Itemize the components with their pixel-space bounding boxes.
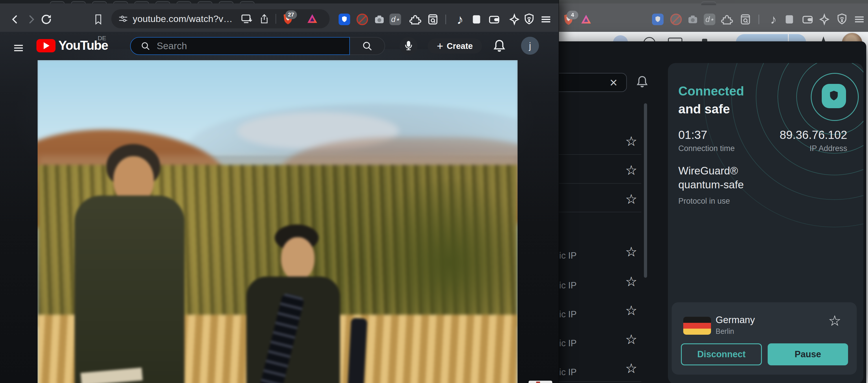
- favorite-star-icon[interactable]: ☆: [624, 163, 639, 177]
- plus-icon: +: [437, 40, 443, 52]
- ip-address-value: 89.36.76.102: [779, 128, 847, 142]
- scrollbar-thumb[interactable]: [644, 103, 647, 278]
- browser-toolbar: youtube.com/watch?v… 27: [0, 3, 559, 32]
- toolbar-divider: [445, 14, 446, 24]
- tab-strip[interactable]: [557, 0, 868, 3]
- vpn-popup: × ☆ ☆ ☆ ☆ ic IP ☆ ic IP ☆ ic IP ☆ ic IP …: [557, 41, 866, 383]
- camera-extension-icon[interactable]: [686, 13, 699, 26]
- browser-toolbar: 4 d★ ♪: [557, 3, 868, 32]
- bottom-popup-sliver: [529, 381, 552, 383]
- search-area: Search: [130, 37, 385, 55]
- puzzle-extensions-icon[interactable]: [409, 13, 422, 26]
- search-box-icon[interactable]: [427, 13, 439, 26]
- youtube-region-label: DE: [98, 35, 106, 42]
- bookmark-icon[interactable]: [92, 13, 105, 26]
- vpn-shield-icon[interactable]: [836, 13, 848, 26]
- forward-button-icon[interactable]: [25, 13, 38, 26]
- menu-hamburger-icon[interactable]: [853, 13, 866, 26]
- password-manager-icon[interactable]: [651, 13, 664, 26]
- search-placeholder: Search: [157, 40, 187, 52]
- create-button[interactable]: + Create: [428, 38, 482, 54]
- shield-badge: 27: [285, 10, 297, 19]
- share-icon[interactable]: [259, 13, 269, 24]
- guide-hamburger-icon[interactable]: [13, 42, 24, 54]
- row-divider: [558, 154, 641, 155]
- favorite-star-icon[interactable]: ☆: [624, 274, 639, 289]
- webcam-blocker-icon[interactable]: [670, 13, 682, 26]
- row-divider: [558, 183, 641, 184]
- tab-strip[interactable]: [0, 0, 559, 3]
- favorite-star-icon[interactable]: ☆: [624, 134, 639, 148]
- sidebar-toggle-icon[interactable]: [470, 13, 483, 26]
- toolbar-divider: [758, 14, 759, 24]
- search-input[interactable]: Search: [130, 37, 350, 55]
- sidebar-toggle-icon[interactable]: [783, 13, 796, 26]
- favorite-server-star-icon[interactable]: ☆: [827, 313, 843, 329]
- brave-shield-icon[interactable]: 27: [282, 13, 293, 25]
- protocol-line1: WireGuard®: [678, 165, 738, 177]
- clear-search-icon[interactable]: ×: [607, 74, 620, 91]
- server-city: Berlin: [716, 327, 734, 335]
- camera-extension-icon[interactable]: [373, 13, 386, 26]
- connection-time-label: Connection time: [678, 144, 735, 153]
- wallet-icon[interactable]: [801, 13, 814, 26]
- favorite-star-icon[interactable]: ☆: [624, 332, 639, 347]
- puzzle-extensions-icon[interactable]: [720, 13, 733, 26]
- media-player-icon[interactable]: ♪: [454, 13, 466, 26]
- server-row-label[interactable]: ic IP: [559, 251, 577, 261]
- youtube-logo-icon[interactable]: [36, 39, 56, 52]
- favorite-star-icon[interactable]: ☆: [624, 192, 639, 206]
- favorite-star-icon[interactable]: ☆: [624, 361, 639, 376]
- server-row-label[interactable]: ic IP: [559, 280, 577, 291]
- server-row-label[interactable]: ic IP: [559, 367, 577, 378]
- url-text[interactable]: youtube.com/watch?v…: [133, 13, 233, 24]
- favorite-star-icon[interactable]: ☆: [624, 244, 639, 259]
- brave-rewards-icon[interactable]: [307, 13, 318, 24]
- search-button[interactable]: [350, 37, 385, 55]
- protocol-label: Protocol in use: [678, 197, 730, 206]
- url-bar[interactable]: youtube.com/watch?v… 27: [111, 9, 330, 28]
- reload-button-icon[interactable]: [40, 13, 53, 26]
- d-extension-icon[interactable]: d★: [389, 13, 402, 26]
- search-box-icon[interactable]: [739, 13, 752, 26]
- protocol-line2: quantum-safe: [678, 179, 744, 191]
- save-to-device-icon[interactable]: [241, 13, 252, 24]
- back-button-icon[interactable]: [9, 13, 21, 26]
- server-row-label[interactable]: ic IP: [559, 338, 577, 349]
- password-manager-icon[interactable]: [338, 13, 351, 26]
- account-avatar[interactable]: j: [521, 37, 539, 55]
- brave-rewards-icon[interactable]: [580, 13, 592, 26]
- youtube-page: YouTube DE Search + Create j: [0, 32, 559, 383]
- notifications-bell-icon[interactable]: [492, 39, 506, 54]
- desktop: 4 d★ ♪: [0, 0, 868, 383]
- brave-shield-icon[interactable]: 4: [562, 13, 575, 26]
- wallet-icon[interactable]: [488, 13, 500, 26]
- selected-server-card: Germany Berlin ☆ Disconnect Pause: [672, 302, 857, 375]
- server-row-label[interactable]: ic IP: [559, 309, 577, 320]
- url-divider: [276, 14, 276, 24]
- media-player-icon[interactable]: ♪: [767, 13, 780, 26]
- browser-window-youtube: youtube.com/watch?v… 27: [0, 0, 559, 383]
- status-headline: Connected: [678, 84, 744, 98]
- video-frame: [38, 60, 518, 383]
- leo-ai-sparkle-icon[interactable]: [508, 13, 521, 26]
- notification-bell-icon[interactable]: [636, 75, 649, 89]
- d-extension-icon[interactable]: d★: [703, 13, 716, 26]
- germany-flag-icon: [683, 317, 711, 335]
- browser-window-background: 4 d★ ♪: [557, 0, 868, 383]
- connection-time-value: 01:37: [678, 128, 707, 142]
- bottom-popup-red-mark: [536, 382, 540, 383]
- pause-button[interactable]: Pause: [768, 343, 848, 365]
- menu-hamburger-icon[interactable]: [539, 13, 552, 26]
- server-country: Germany: [716, 315, 755, 325]
- connection-status-panel: Connected and safe 01:37 Connection time…: [668, 63, 863, 383]
- video-player[interactable]: [38, 60, 518, 383]
- vpn-shield-icon[interactable]: [523, 13, 535, 26]
- webcam-blocker-icon[interactable]: [356, 13, 369, 26]
- disconnect-button[interactable]: Disconnect: [681, 343, 762, 365]
- voice-search-mic-button[interactable]: [400, 37, 417, 55]
- tune-icon[interactable]: [118, 14, 128, 24]
- ip-address-label: IP Address: [810, 144, 847, 153]
- favorite-star-icon[interactable]: ☆: [624, 303, 639, 318]
- leo-ai-sparkle-icon[interactable]: [818, 13, 831, 26]
